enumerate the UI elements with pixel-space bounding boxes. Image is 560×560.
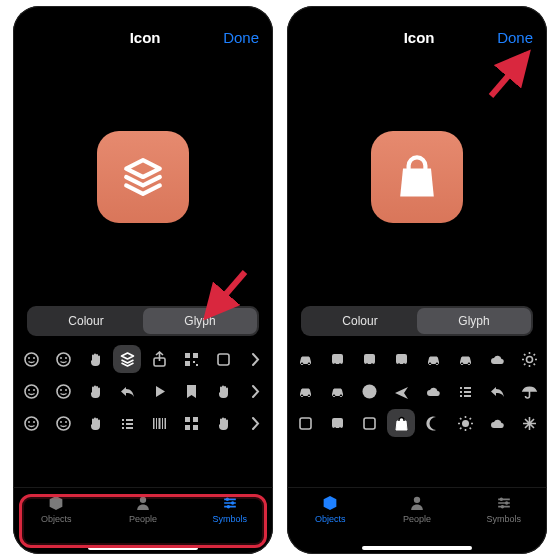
glyph-train-icon[interactable] xyxy=(355,345,383,373)
glyph-stop-icon[interactable] xyxy=(209,409,237,437)
page-title: Icon xyxy=(341,29,497,46)
glyph-bag-icon[interactable] xyxy=(387,409,415,437)
glyph-palm-icon[interactable] xyxy=(209,377,237,405)
glyph-sun-icon[interactable] xyxy=(451,409,479,437)
scroll-right-icon[interactable] xyxy=(241,345,269,373)
glyph-hanger-icon[interactable] xyxy=(483,377,511,405)
glyph-reply-icon[interactable] xyxy=(113,377,141,405)
right-screenshot: Icon Done Colour Glyph xyxy=(287,6,547,554)
glyph-qr-icon[interactable] xyxy=(177,345,205,373)
segment-glyph[interactable]: Glyph xyxy=(417,308,531,334)
glyph-sleep-icon[interactable] xyxy=(49,409,77,437)
glyph-layers-icon[interactable] xyxy=(113,345,141,373)
glyph-bookmark-icon[interactable] xyxy=(177,377,205,405)
glyph-play-icon[interactable] xyxy=(145,377,173,405)
glyph-picker[interactable] xyxy=(13,340,273,438)
glyph-barcode-icon[interactable] xyxy=(145,409,173,437)
home-indicator xyxy=(88,546,198,550)
glyph-peace-icon[interactable] xyxy=(81,345,109,373)
segment-control[interactable]: Colour Glyph xyxy=(27,306,259,336)
glyph-boat-icon[interactable] xyxy=(419,377,447,405)
glyph-snow-icon[interactable] xyxy=(515,409,543,437)
glyph-grid-icon[interactable] xyxy=(177,409,205,437)
glyph-car-icon[interactable] xyxy=(291,345,319,373)
glyph-picker[interactable] xyxy=(287,340,547,438)
glyph-cutlery-icon[interactable] xyxy=(451,377,479,405)
glyph-motorbike-icon[interactable] xyxy=(291,377,319,405)
glyph-relay-icon[interactable] xyxy=(355,377,383,405)
done-button[interactable]: Done xyxy=(223,29,259,46)
tab-people[interactable]: People xyxy=(374,494,461,524)
header: Icon Done xyxy=(13,6,273,52)
tab-objects[interactable]: Objects xyxy=(13,494,100,524)
glyph-truck-icon[interactable] xyxy=(451,345,479,373)
glyph-grin-icon[interactable] xyxy=(17,377,45,405)
glyph-cloud-icon[interactable] xyxy=(483,409,511,437)
glyph-sign-icon[interactable] xyxy=(355,409,383,437)
segment-glyph[interactable]: Glyph xyxy=(143,308,257,334)
glyph-alien-icon[interactable] xyxy=(17,345,45,373)
icon-preview xyxy=(13,52,273,302)
glyph-fist-icon[interactable] xyxy=(81,409,109,437)
app-icon-preview xyxy=(371,131,463,223)
glyph-neutral-icon[interactable] xyxy=(17,409,45,437)
segment-colour[interactable]: Colour xyxy=(29,308,143,334)
done-button[interactable]: Done xyxy=(497,29,533,46)
glyph-umbrella-icon[interactable] xyxy=(515,377,543,405)
glyph-smile-icon[interactable] xyxy=(49,345,77,373)
glyph-tram-icon[interactable] xyxy=(387,345,415,373)
glyph-gear-icon[interactable] xyxy=(515,345,543,373)
app-icon-preview xyxy=(97,131,189,223)
glyph-fuel-icon[interactable] xyxy=(291,409,319,437)
glyph-scooter-icon[interactable] xyxy=(419,345,447,373)
tab-objects[interactable]: Objects xyxy=(287,494,374,524)
glyph-horns-icon[interactable] xyxy=(81,377,109,405)
glyph-bike-icon[interactable] xyxy=(323,377,351,405)
glyph-moon-icon[interactable] xyxy=(419,409,447,437)
layers-icon xyxy=(115,149,171,205)
glyph-share-icon[interactable] xyxy=(145,345,173,373)
tab-people[interactable]: People xyxy=(100,494,187,524)
scroll-right-icon[interactable] xyxy=(241,377,269,405)
glyph-bus-icon[interactable] xyxy=(323,345,351,373)
segment-control[interactable]: Colour Glyph xyxy=(301,306,533,336)
glyph-square-icon[interactable] xyxy=(209,345,237,373)
icon-preview xyxy=(287,52,547,302)
segment-colour[interactable]: Colour xyxy=(303,308,417,334)
glyph-plane-icon[interactable] xyxy=(387,377,415,405)
tab-symbols[interactable]: Symbols xyxy=(460,494,547,524)
category-tabs: Objects People Symbols xyxy=(13,487,273,554)
tab-symbols[interactable]: Symbols xyxy=(186,494,273,524)
glyph-metro-icon[interactable] xyxy=(323,409,351,437)
page-title: Icon xyxy=(67,29,223,46)
glyph-list-icon[interactable] xyxy=(113,409,141,437)
header: Icon Done xyxy=(287,6,547,52)
home-indicator xyxy=(362,546,472,550)
left-screenshot: Icon Done Colour Glyph xyxy=(13,6,273,554)
glyph-love-icon[interactable] xyxy=(49,377,77,405)
shopping-bag-icon xyxy=(389,149,445,205)
category-tabs: Objects People Symbols xyxy=(287,487,547,554)
scroll-right-icon[interactable] xyxy=(241,409,269,437)
glyph-ship-icon[interactable] xyxy=(483,345,511,373)
